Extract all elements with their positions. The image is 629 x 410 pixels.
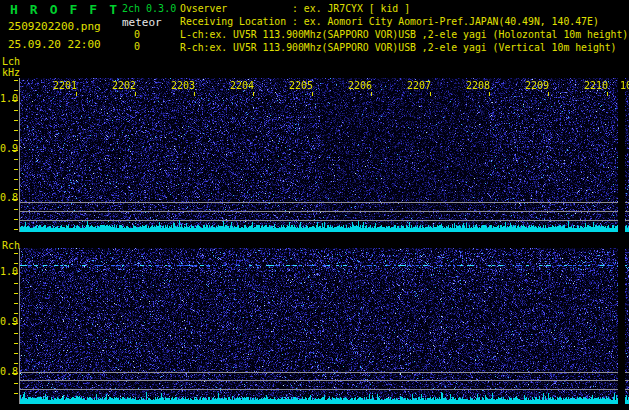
- lch-freq-tick: [14, 209, 18, 210]
- time-label: 2202: [112, 81, 136, 91]
- location-info-line: Receiving Location : ex. Aomori City Aom…: [180, 15, 599, 28]
- rch-freq-tick: [14, 253, 18, 254]
- lch-freq-label: 1.0: [0, 94, 18, 104]
- lch-receiver-info-line: L-ch:ex. UV5R 113.900Mhz(SAPPORO VOR)USB…: [180, 28, 628, 41]
- time-label: 2206: [348, 81, 372, 91]
- lch-freq-tick: [14, 130, 18, 131]
- time-label: 2203: [171, 81, 195, 91]
- lch-freq-tick: [14, 169, 18, 170]
- observation-datetime: 25.09.20 22:00: [8, 39, 101, 50]
- lch-freq-tick: [14, 120, 18, 121]
- time-tick: [607, 92, 608, 96]
- time-tick: [194, 92, 195, 96]
- lch-freq-tick: [14, 159, 18, 160]
- rch-freq-tick: [14, 333, 18, 334]
- time-tick: [312, 92, 313, 96]
- file-name: 2509202200.png: [8, 21, 101, 32]
- rch-freq-tick: [14, 263, 18, 264]
- observer-info-line: Ovserver : ex. JR7CYX [ kid ]: [180, 2, 410, 15]
- rch-freq-tick: [14, 313, 18, 314]
- hrofft-screen: HROFFT 2ch 0.3.0 2509202200.png meteor 0…: [0, 0, 629, 410]
- time-label: 2209: [525, 81, 549, 91]
- time-tick: [76, 92, 77, 96]
- lch-freq-tick: [14, 179, 18, 180]
- lch-freq-tick: [14, 80, 18, 81]
- frequency-unit-label: kHz: [2, 68, 20, 78]
- time-tick: [253, 92, 254, 96]
- rch-freq-tick: [14, 293, 18, 294]
- rch-receiver-info-line: R-ch:ex. UV5R 113.900Mhz(SAPPORO VOR)USB…: [180, 41, 616, 54]
- time-tick: [548, 92, 549, 96]
- meteor-counter-label: meteor: [122, 17, 162, 28]
- rch-channel-label: Rch: [2, 241, 20, 251]
- lch-freq-label: 0.8: [0, 193, 18, 203]
- rch-freq-tick: [14, 393, 18, 394]
- rch-spectrogram: [20, 248, 629, 404]
- time-label: 2210: [584, 81, 608, 91]
- lch-freq-tick: [14, 189, 18, 190]
- app-version: 2ch 0.3.0: [122, 4, 176, 14]
- time-tick: [371, 92, 372, 96]
- rch-freq-tick: [14, 383, 18, 384]
- time-label: 2205: [289, 81, 313, 91]
- rch-freq-label: 1.0: [0, 267, 18, 277]
- rch-freq-tick: [14, 303, 18, 304]
- rch-freq-tick: [14, 363, 18, 364]
- lch-freq-tick: [14, 140, 18, 141]
- lch-freq-label: 0.9: [0, 144, 18, 154]
- time-tick: [489, 92, 490, 96]
- time-label: 2204: [230, 81, 254, 91]
- time-tick: [430, 92, 431, 96]
- rch-axis-line: [19, 248, 20, 404]
- time-label: 10: [620, 81, 629, 91]
- rch-freq-label: 0.8: [0, 367, 18, 377]
- time-label: 2201: [53, 81, 77, 91]
- rch-freq-tick: [14, 343, 18, 344]
- time-label: 2208: [466, 81, 490, 91]
- rch-freq-tick: [14, 353, 18, 354]
- rch-freq-label: 0.9: [0, 317, 18, 327]
- meteor-count-bottom: 0: [134, 42, 140, 52]
- time-label: 2207: [407, 81, 431, 91]
- lch-freq-tick: [14, 229, 18, 230]
- lch-spectrogram: [20, 78, 629, 232]
- lch-axis-line: [19, 78, 20, 232]
- meteor-count-top: 0: [134, 30, 140, 40]
- time-tick: [135, 92, 136, 96]
- lch-freq-tick: [14, 219, 18, 220]
- app-title: HROFFT: [10, 3, 129, 16]
- lch-freq-tick: [14, 110, 18, 111]
- lch-channel-label: Lch: [2, 57, 20, 67]
- rch-freq-tick: [14, 283, 18, 284]
- lch-freq-tick: [14, 90, 18, 91]
